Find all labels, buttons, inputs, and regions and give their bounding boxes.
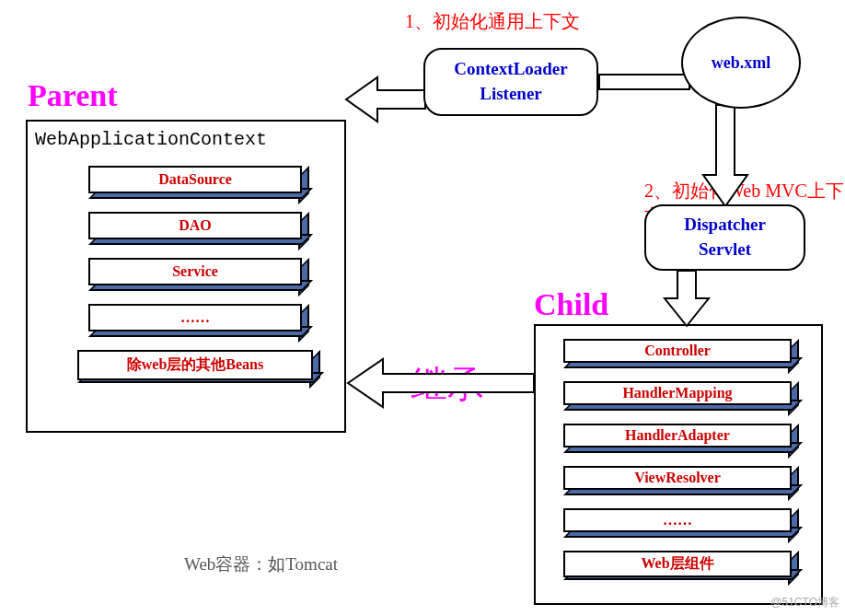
wac-label: WebApplicationContext xyxy=(35,129,267,150)
arrow-ds-to-child xyxy=(659,267,714,331)
cll-line2: Listener xyxy=(425,82,596,107)
bean-label: Web层组件 xyxy=(641,555,713,571)
child-title: Child xyxy=(534,287,608,322)
arrow-cll-to-parent xyxy=(342,72,429,129)
bean-label: ViewResolver xyxy=(634,470,721,485)
bean-datasource: DataSource xyxy=(88,166,302,193)
ds-line1: Dispatcher xyxy=(646,213,804,238)
webxml-node: web.xml xyxy=(681,17,801,109)
bean-ellipsis: …… xyxy=(88,304,302,331)
bean-label: DataSource xyxy=(158,171,232,187)
bean-service: Service xyxy=(88,258,302,285)
bean-controller: Controller xyxy=(563,339,792,363)
parent-title: Parent xyxy=(28,78,118,113)
bean-label: Service xyxy=(172,263,218,279)
step1-label: 1、初始化通用上下文 xyxy=(405,9,580,34)
watermark: @51CTO博客 xyxy=(770,595,839,610)
bean-label: 除web层的其他Beans xyxy=(127,356,263,372)
cll-line1: ContextLoader xyxy=(425,57,596,82)
bean-dao: DAO xyxy=(88,212,302,239)
parent-context-box: WebApplicationContext DataSource DAO Ser… xyxy=(26,120,346,433)
bean-label: …… xyxy=(663,512,692,528)
arrow-inherit xyxy=(344,354,538,413)
bean-handlermapping: HandlerMapping xyxy=(563,381,792,405)
bean-ellipsis2: …… xyxy=(563,508,792,532)
svg-marker-0 xyxy=(346,77,425,122)
context-loader-listener-node: ContextLoader Listener xyxy=(423,48,598,116)
bean-handleradapter: HandlerAdapter xyxy=(563,424,792,447)
ds-line2: Servlet xyxy=(646,238,804,262)
bean-weblayer: Web层组件 xyxy=(563,551,792,577)
webxml-label: web.xml xyxy=(712,53,771,73)
bean-viewresolver: ViewResolver xyxy=(563,466,792,490)
bean-label: DAO xyxy=(179,217,212,233)
bean-other: 除web层的其他Beans xyxy=(77,350,313,380)
bean-label: Controller xyxy=(644,343,711,358)
svg-marker-1 xyxy=(703,105,747,206)
bean-label: HandlerAdapter xyxy=(625,427,730,443)
svg-marker-3 xyxy=(348,359,534,407)
bean-label: …… xyxy=(180,309,210,325)
dispatcher-servlet-node: Dispatcher Servlet xyxy=(644,204,805,271)
child-context-box: Controller HandlerMapping HandlerAdapter… xyxy=(534,324,823,605)
bean-label: HandlerMapping xyxy=(622,385,732,401)
connector-cll-webxml xyxy=(598,74,690,90)
arrow-webxml-to-ds xyxy=(698,101,753,212)
svg-marker-2 xyxy=(665,271,709,326)
container-caption: Web容器：如Tomcat xyxy=(184,552,338,576)
